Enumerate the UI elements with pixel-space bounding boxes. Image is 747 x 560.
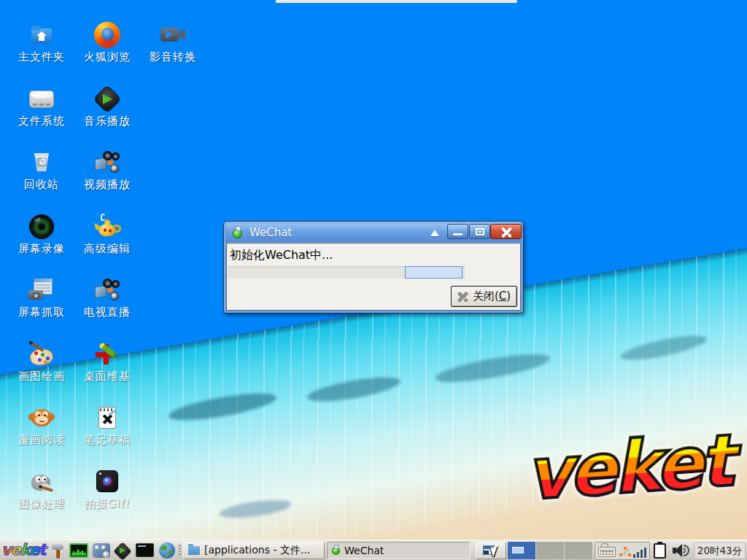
desktop-icon-notes[interactable]: 笔记草稿 xyxy=(74,403,140,448)
icon-label: 文件系统 xyxy=(9,114,74,128)
task-button-wechat[interactable]: WeChat xyxy=(327,542,471,559)
desktop-icon-home-folder[interactable]: 主文件夹 xyxy=(9,20,74,66)
show-desktop-button[interactable] xyxy=(476,542,506,559)
icon-label: 屏幕录像 xyxy=(9,242,74,256)
music-player-icon xyxy=(93,85,122,114)
progress-bar xyxy=(228,266,465,279)
icon-label: 主文件夹 xyxy=(9,50,74,64)
terminal-icon[interactable] xyxy=(136,543,154,557)
icon-label: 漫画阅读 xyxy=(9,433,74,447)
signal-strength-icon[interactable] xyxy=(633,545,648,558)
task-label: WeChat xyxy=(344,545,384,556)
folder-icon xyxy=(188,546,200,555)
icon-label: 影音转换 xyxy=(140,50,206,64)
palette-icon xyxy=(27,340,56,369)
recycle-bin-icon xyxy=(27,148,56,177)
task-label: [applications - 文件... xyxy=(204,544,310,557)
window-title: WeChat xyxy=(249,223,292,242)
tv-live-icon xyxy=(93,276,122,305)
icon-label: 图像处理 xyxy=(9,497,74,511)
taskbar-grip xyxy=(179,545,181,556)
flask-icon xyxy=(233,229,242,238)
volume-icon[interactable] xyxy=(672,542,692,559)
icon-label: 屏幕抓取 xyxy=(9,306,74,319)
notepad-icon xyxy=(93,403,122,432)
icon-label: 笔记草稿 xyxy=(74,433,140,447)
teapot-icon xyxy=(93,212,122,241)
workspace-window-thumb xyxy=(512,547,524,553)
web-browser-icon[interactable] xyxy=(159,542,175,559)
menu-button[interactable]: veket xyxy=(1,541,46,559)
desktop-icon-music-player[interactable]: 音乐播放 xyxy=(74,85,140,130)
desktop-icon-video-player[interactable]: 视频播放 xyxy=(74,148,140,193)
workspace-2[interactable] xyxy=(536,542,565,559)
icon-label: 视频播放 xyxy=(74,178,140,192)
workspace-3[interactable] xyxy=(565,542,593,559)
shade-button[interactable] xyxy=(430,230,439,236)
gif-camera-icon xyxy=(93,467,122,497)
monkey-icon xyxy=(27,403,56,432)
desktop-icon-screen-capture[interactable]: 屏幕抓取 xyxy=(9,276,74,321)
desktop-icon-media-converter[interactable]: 影音转换 xyxy=(140,20,206,66)
desktop-icon-screen-recorder[interactable]: 屏幕录像 xyxy=(9,212,74,257)
close-window-button[interactable] xyxy=(490,224,522,239)
taskbar-clock: 20时43分 xyxy=(694,542,746,559)
media-converter-icon xyxy=(158,20,187,50)
progress-chunk xyxy=(405,266,462,279)
desktop-icon-desktop-wiki[interactable]: 桌面维基 xyxy=(74,340,140,385)
network-tray-icon[interactable] xyxy=(619,545,631,557)
taskbar: veket [applications - 文件... WeChat 20时43… xyxy=(0,540,747,560)
home-folder-icon xyxy=(27,20,56,50)
desktop-icon-comic-reader[interactable]: 漫画阅读 xyxy=(9,403,74,448)
icon-label: 回收站 xyxy=(9,178,74,192)
icon-label: 拍摄Gif! xyxy=(74,497,140,511)
dialog-message: 初始化WeChat中... xyxy=(230,248,333,263)
workspace-pager xyxy=(508,542,593,559)
icon-label: 高级编辑 xyxy=(74,242,140,256)
icon-label: 音乐播放 xyxy=(74,114,140,128)
wechat-dialog-window: WeChat 初始化WeChat中... 关闭(C) xyxy=(223,221,524,314)
drive-icon xyxy=(27,85,56,114)
cursor-icon xyxy=(490,546,500,557)
window-titlebar[interactable]: WeChat xyxy=(225,223,522,242)
system-tray xyxy=(595,542,650,560)
camera-lens-icon xyxy=(27,212,56,241)
setup-hammer-icon[interactable] xyxy=(50,542,66,559)
workspace-1-active[interactable] xyxy=(508,542,536,559)
keyboard-layout-icon[interactable] xyxy=(598,547,616,557)
veket-wallpaper-logo: veket xyxy=(503,402,747,542)
desktop-icon-filesystem[interactable]: 文件系统 xyxy=(9,85,74,130)
desktop-icon-gif-camera[interactable]: 拍摄Gif! xyxy=(74,467,140,513)
desktop-icon-tv-live[interactable]: 电视直播 xyxy=(74,276,140,321)
maximize-button[interactable] xyxy=(469,224,490,239)
dialog-body: 初始化WeChat中... 关闭(C) xyxy=(226,243,521,311)
close-x-icon xyxy=(457,291,468,302)
desktop-icon-recycle-bin[interactable]: 回收站 xyxy=(9,148,74,193)
desktop-icon-advanced-editor[interactable]: 高级编辑 xyxy=(74,212,140,257)
music-player-icon[interactable] xyxy=(114,542,130,559)
icon-label: 画图绘画 xyxy=(9,370,74,384)
screenshot-icon xyxy=(27,276,56,305)
icon-label: 电视直播 xyxy=(74,306,140,319)
wiki-pen-icon xyxy=(93,340,122,369)
media-player-icon[interactable] xyxy=(93,543,110,558)
flask-icon xyxy=(332,547,340,555)
minimize-button[interactable] xyxy=(447,224,468,239)
desktop-icon-image-editor[interactable]: 图像处理 xyxy=(9,467,74,513)
firefox-icon xyxy=(93,20,122,50)
close-dialog-button[interactable]: 关闭(C) xyxy=(451,286,517,307)
desktop-icon-firefox[interactable]: 火狐浏览 xyxy=(74,20,140,66)
gimp-icon xyxy=(27,467,56,497)
clipboard-icon[interactable] xyxy=(654,543,666,559)
icon-label: 火狐浏览 xyxy=(74,50,140,64)
video-player-icon xyxy=(93,148,122,177)
system-monitor-icon[interactable] xyxy=(69,543,88,558)
hidden-top-panel-edge xyxy=(276,0,517,3)
desktop-icon-paint[interactable]: 画图绘画 xyxy=(9,340,74,385)
icon-label: 桌面维基 xyxy=(74,370,140,384)
task-button-file-manager[interactable]: [applications - 文件... xyxy=(183,542,325,559)
